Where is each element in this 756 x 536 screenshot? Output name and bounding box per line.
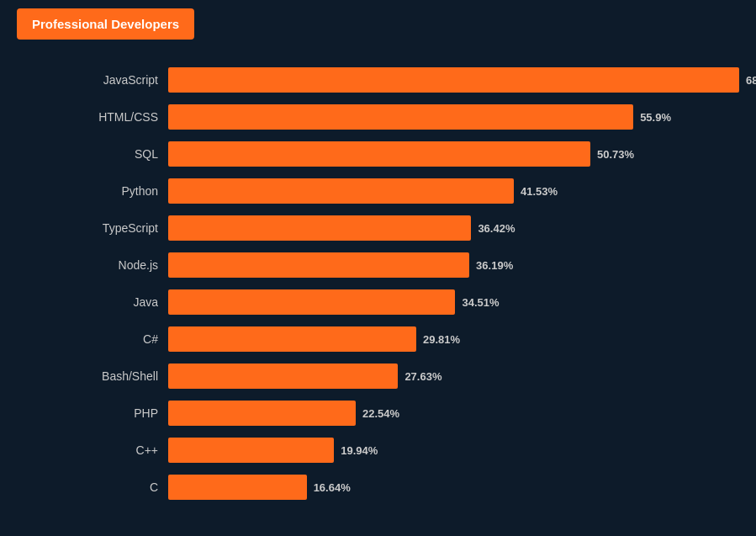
bar-wrapper: 55.9% bbox=[168, 104, 739, 130]
bar-wrapper: 27.63% bbox=[168, 364, 739, 389]
bar-row: Bash/Shell27.63% bbox=[17, 361, 739, 391]
bar-wrapper: 68.62% bbox=[168, 67, 756, 93]
bar-fill bbox=[168, 67, 739, 93]
bar-row: Java34.51% bbox=[17, 287, 739, 317]
bar-wrapper: 36.19% bbox=[168, 252, 739, 278]
bar-fill bbox=[168, 326, 416, 352]
bar-percentage: 36.42% bbox=[478, 222, 515, 235]
bar-fill bbox=[168, 364, 398, 389]
bar-wrapper: 34.51% bbox=[168, 289, 739, 315]
bar-label: HTML/CSS bbox=[17, 110, 168, 124]
bar-row: C16.64% bbox=[17, 472, 739, 502]
bar-percentage: 16.64% bbox=[314, 481, 351, 494]
bar-wrapper: 29.81% bbox=[168, 326, 739, 352]
bar-label: C# bbox=[17, 332, 168, 346]
bar-row: C++19.94% bbox=[17, 435, 739, 465]
professional-developers-button[interactable]: Professional Developers bbox=[17, 8, 194, 40]
bar-row: Python41.53% bbox=[17, 176, 739, 206]
bar-fill bbox=[168, 104, 633, 130]
bar-wrapper: 50.73% bbox=[168, 141, 739, 167]
bar-row: PHP22.54% bbox=[17, 398, 739, 428]
bar-wrapper: 16.64% bbox=[168, 475, 739, 500]
bar-label: C bbox=[17, 480, 168, 494]
bar-fill bbox=[168, 475, 307, 500]
bar-label: PHP bbox=[17, 406, 168, 420]
bar-chart: JavaScript68.62%HTML/CSS55.9%SQL50.73%Py… bbox=[17, 56, 739, 502]
bar-fill bbox=[168, 141, 590, 167]
bar-wrapper: 41.53% bbox=[168, 178, 739, 204]
bar-percentage: 68.62% bbox=[746, 74, 756, 87]
bar-fill bbox=[168, 289, 455, 315]
bar-fill bbox=[168, 178, 514, 204]
bar-label: Bash/Shell bbox=[17, 369, 168, 383]
bar-percentage: 50.73% bbox=[597, 148, 634, 161]
bar-row: SQL50.73% bbox=[17, 139, 739, 169]
bar-row: TypeScript36.42% bbox=[17, 213, 739, 243]
bar-label: SQL bbox=[17, 147, 168, 161]
bar-label: TypeScript bbox=[17, 221, 168, 235]
bar-label: Java bbox=[17, 295, 168, 309]
bar-wrapper: 19.94% bbox=[168, 438, 739, 463]
bar-percentage: 41.53% bbox=[521, 185, 558, 198]
bar-label: C++ bbox=[17, 443, 168, 457]
bar-percentage: 55.9% bbox=[640, 111, 671, 124]
bar-row: C#29.81% bbox=[17, 324, 739, 354]
bar-fill bbox=[168, 252, 469, 278]
bar-percentage: 34.51% bbox=[462, 296, 499, 309]
bar-wrapper: 36.42% bbox=[168, 215, 739, 241]
bar-row: HTML/CSS55.9% bbox=[17, 102, 739, 132]
bar-percentage: 19.94% bbox=[341, 444, 378, 457]
bar-percentage: 22.54% bbox=[362, 407, 399, 420]
bar-fill bbox=[168, 401, 356, 426]
bar-percentage: 27.63% bbox=[404, 370, 441, 383]
bar-wrapper: 22.54% bbox=[168, 401, 739, 426]
bar-fill bbox=[168, 438, 334, 463]
bar-label: JavaScript bbox=[17, 73, 168, 87]
bar-row: Node.js36.19% bbox=[17, 250, 739, 280]
bar-percentage: 36.19% bbox=[476, 259, 513, 272]
bar-fill bbox=[168, 215, 471, 241]
bar-label: Python bbox=[17, 184, 168, 198]
bar-percentage: 29.81% bbox=[423, 333, 460, 346]
bar-label: Node.js bbox=[17, 258, 168, 272]
bar-row: JavaScript68.62% bbox=[17, 65, 739, 95]
